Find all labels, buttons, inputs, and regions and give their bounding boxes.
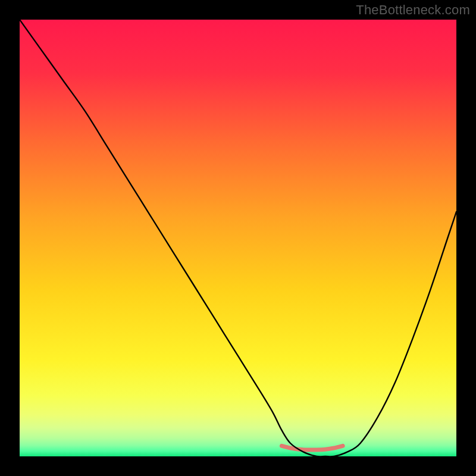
watermark-text: TheBottleneck.com [356, 2, 470, 18]
chart-frame: TheBottleneck.com [0, 0, 476, 476]
curve-layer [20, 20, 456, 456]
bottleneck-curve-path [20, 20, 456, 456]
optimum-flat-marker [281, 446, 343, 450]
plot-area [20, 20, 456, 456]
